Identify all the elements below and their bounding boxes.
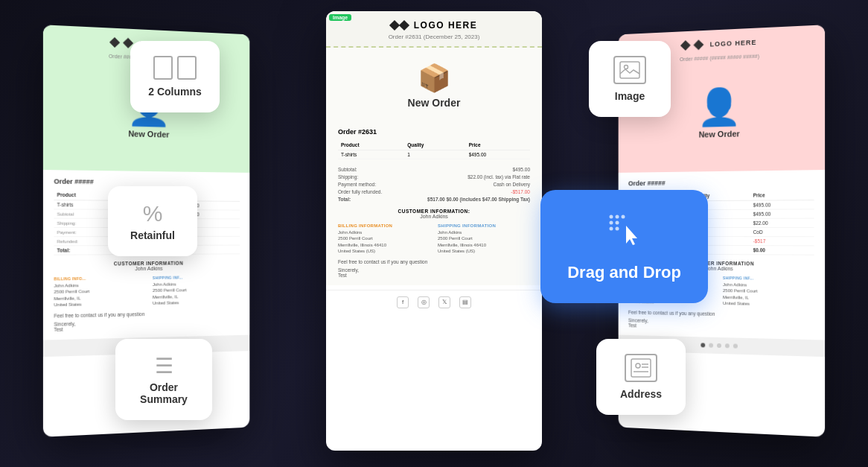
columns-icon [148,56,202,80]
summary-subtotal: Subtotal: $495.00 [338,165,530,173]
center-signature: Test [338,273,530,278]
image-label: Image [607,90,653,102]
social-icons-row: f ◎ 𝕏 ▤ [326,290,542,314]
svg-point-11 [615,221,619,225]
center-info-columns: BILLING INFORMATION John Adkins2500 Perr… [338,223,530,255]
center-sincerely: Sincerely, [338,267,530,273]
new-order-title: New Order [326,97,542,109]
svg-point-13 [615,227,619,231]
svg-point-3 [636,363,640,368]
center-shipping-col: SHIPPING INFORMATION John Adkins2500 Per… [438,223,530,255]
right-card-order-ref: Order ##### (##### ##### #####) [680,54,759,62]
left-card-new-order: New Order [128,129,169,139]
billing-address: John Adkins2500 Perrill CourtMerrillvill… [338,229,430,255]
social-facebook: f [397,296,409,308]
right-footer-msg: Feel free to contact us if you any quest… [628,309,814,318]
left-billing-col: BILLING INFO... John Adkins2500 Perrill … [54,276,145,308]
social-instagram: ◎ [418,296,430,308]
box-icon: 📦 [326,63,542,94]
summary-refund: Order fully refunded. -$517.00 [338,188,530,195]
summary-shipping: Shipping: $22.00 (incl. tax) via Flat ra… [338,173,530,180]
svg-point-1 [625,66,628,69]
center-card: Image LOGO HERE Order #2631 (December 25… [326,11,542,451]
badge-two-columns: 2 Columns [130,41,220,112]
center-order-title: Order #2631 [338,128,530,136]
right-order-title: Order ##### [628,177,814,187]
two-columns-label: 2 Columns [148,86,202,98]
right-card-logo-text: LOGO HERE [710,39,757,48]
drag-cursor-icon [567,211,681,257]
svg-point-10 [609,221,613,225]
dot-2 [709,343,713,347]
diamond-logo [391,22,408,29]
quantity-1: 1 [404,150,465,159]
dot-4 [725,343,730,348]
shipping-address: John Adkins2500 Perrill CourtMerrillvill… [438,229,530,255]
dot-1 [701,343,705,347]
center-order-ref: Order #2631 (December 25, 2023) [338,34,530,40]
badge-order-summary: ☰ OrderSummary [115,339,212,420]
diamond-1 [389,20,400,31]
center-footer-text: Feel free to contact us if you any quest… [338,259,530,264]
center-logo-text: LOGO HERE [414,20,478,31]
col-quality: Quality [404,140,465,150]
col-price: Price [466,140,530,150]
drag-drop-label: Drag and Drop [567,263,681,282]
center-header: Image LOGO HERE Order #2631 (December 25… [326,11,542,48]
main-scene: LOGO HERE Order ##### (##### ##### #####… [0,0,868,467]
badge-image: Image [589,41,671,117]
right-card-new-order: New Order [699,129,740,139]
dot-5 [733,343,738,348]
badge-drag-drop: Drag and Drop [540,190,708,303]
svg-point-9 [621,215,625,219]
badge-address: Address [596,339,686,415]
left-customer-section: CUSTOMER INFORMATION John Adkins [54,260,240,272]
image-icon [613,56,646,84]
col-product: Product [338,140,404,150]
image-badge-small: Image [329,14,351,21]
right-card-logo: LOGO HERE [682,39,756,49]
diamond-2 [399,20,409,31]
shipping-title: SHIPPING INFORMATION [438,223,530,228]
dot-3 [717,343,721,347]
address-icon [625,354,657,382]
retainful-label: Retainful [126,229,179,241]
percent-icon: % [126,201,179,226]
right-shipping-col: SHIPPING INF... John Adkins2500 Perrill … [723,276,814,308]
left-footer-msg: Feel free to contact us if you any quest… [54,309,240,318]
address-label: Address [614,388,668,400]
product-tshirts: T-shirts [338,150,404,159]
center-icon-area: 📦 New Order [326,48,542,121]
price-495: $495.00 [466,150,530,159]
social-twitter: 𝕏 [438,296,450,308]
center-body: Order #2631 Product Quality Price T-shir… [326,121,542,285]
summary-payment: Payment method: Cash on Delivery [338,180,530,188]
table-row: T-shirts 1 $495.00 [338,150,530,159]
order-summary-label: OrderSummary [133,381,194,405]
billing-title: BILLING INFORMATION [338,223,430,228]
center-logo-area: LOGO HERE [338,20,530,31]
svg-rect-0 [620,62,639,78]
svg-point-8 [615,215,619,219]
svg-point-7 [609,215,613,219]
social-other: ▤ [459,296,471,308]
center-customer-section: CUSTOMER INFORMATION: John Adkins [338,209,530,219]
right-card-person-icon: 👤 [697,89,741,126]
left-info-columns: BILLING INFO... John Adkins2500 Perrill … [54,275,240,308]
list-icon: ☰ [133,354,194,378]
svg-rect-2 [631,359,651,377]
center-billing-col: BILLING INFORMATION John Adkins2500 Perr… [338,223,430,255]
left-shipping-col: SHIPPING INF... John Adkins2500 Perrill … [153,275,240,307]
badge-retainful: % Retainful [108,186,197,256]
svg-point-12 [609,227,613,231]
center-customer-name: John Adkins [338,214,530,219]
summary-total: Total: $517.00 $0.00 (includes $47.00 Sh… [338,195,530,203]
